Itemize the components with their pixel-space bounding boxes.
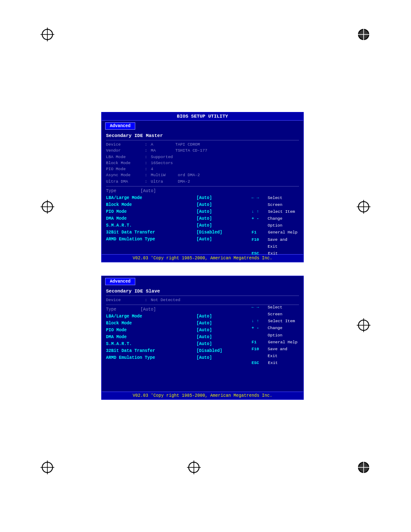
help-row-select-screen-2: ← → Select Screen — [252, 304, 299, 318]
help-row-change-option-1: + - Change Option — [252, 215, 299, 229]
divider-2 — [106, 186, 299, 187]
help-row-select-item-2: ↓ ↑ Select Item — [252, 318, 299, 325]
bios-title-bar-1: BIOS SETUP UTILITY — [102, 112, 303, 121]
help-row-change-option-2: + - Change Option — [252, 325, 299, 339]
type-row-1: Type [Auto] — [106, 188, 299, 195]
reg-mark-bl — [39, 459, 56, 476]
help-row-f10-1: F10 Save and Exit — [252, 236, 299, 250]
help-row-esc-2: ESC Exit — [252, 360, 299, 367]
section-title-2: Secondary IDE Slave — [106, 289, 299, 294]
reg-mark-mr — [355, 198, 372, 215]
help-row-select-item-1: ↓ ↑ Select Item — [252, 208, 299, 215]
bios-title-1: BIOS SETUP UTILITY — [177, 114, 228, 119]
help-row-select-screen-1: ← → Select Screen — [252, 195, 299, 208]
bios-panel-1: BIOS SETUP UTILITY Advanced Secondary ID… — [101, 112, 304, 262]
info-row-async-mode: Async Mode : MultiW ord DMA-2 — [106, 172, 299, 178]
reg-mark-tr — [355, 26, 372, 43]
advanced-tab-1[interactable]: Advanced — [105, 122, 135, 130]
info-row-pio-mode: PIO Mode : 4 — [106, 166, 299, 172]
bios-content-2: Secondary IDE Slave Device : Not Detecte… — [102, 286, 303, 392]
bios-panel-2: Advanced Secondary IDE Slave Device : No… — [101, 276, 304, 400]
help-row-f10-2: F10 Save and Exit — [252, 346, 299, 360]
help-row-f1-2: F1 General Help — [252, 339, 299, 346]
help-row-f1-1: F1 General Help — [252, 229, 299, 236]
advanced-tab-2[interactable]: Advanced — [105, 278, 135, 285]
reg-mark-ml — [39, 198, 56, 215]
page: BIOS SETUP UTILITY Advanced Secondary ID… — [0, 0, 411, 532]
help-row-esc-1: ESC Exit — [252, 250, 299, 257]
bios-footer-2: V02.03 'Copy right 1985-2000, American M… — [102, 392, 303, 399]
reg-mark-tl — [39, 26, 56, 43]
bios-content-1: Secondary IDE Master Device : A TAPI CDR… — [102, 131, 303, 254]
info-row-block-mode: Block Mode : 16Sectors — [106, 160, 299, 166]
reg-mark-bml — [185, 459, 202, 476]
reg-mark-br — [355, 459, 372, 476]
info-row-device: Device : A TAPI CDROM — [106, 142, 299, 148]
divider-3 — [106, 296, 299, 296]
divider-1 — [106, 140, 299, 140]
help-panel-2: ← → Select Screen ↓ ↑ Select Item + - Ch… — [252, 304, 299, 367]
section-title-1: Secondary IDE Master — [106, 133, 299, 138]
help-panel-1: ← → Select Screen ↓ ↑ Select Item + - Ch… — [252, 195, 299, 257]
info-row-ultra-dma: Ultra DMA : Ultra DMA-2 — [106, 179, 299, 185]
reg-mark-bmr — [355, 317, 372, 334]
info-row-device-2: Device : Not Detected — [106, 297, 299, 303]
info-row-lba-mode: LBA Mode : Supported — [106, 154, 299, 160]
info-row-vendor: Vendor : MA TSHITA CD-177 — [106, 148, 299, 154]
